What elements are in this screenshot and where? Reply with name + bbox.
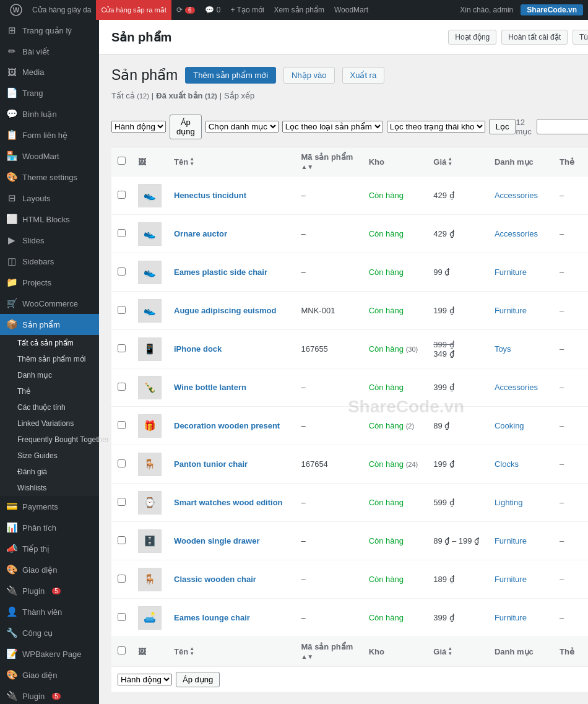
add-product-button[interactable]: Thêm sản phẩm mới [185, 67, 276, 84]
submenu-frequently-bought[interactable]: Frequently Bought Together [0, 432, 99, 448]
category-filter-select[interactable]: Chọn danh mục [205, 121, 279, 133]
product-category[interactable]: Furniture [488, 560, 553, 599]
submenu-tags[interactable]: Thẻ [0, 383, 99, 399]
sidebar-item-html-blocks[interactable]: ⬜HTML Blocks [0, 209, 99, 230]
row-checkbox-4[interactable] [118, 344, 126, 352]
row-checkbox-0[interactable] [118, 191, 126, 199]
published-link[interactable]: Đã xuất bản (12) [156, 91, 217, 100]
product-category[interactable]: Accessories [488, 368, 553, 407]
status-filter-select[interactable]: Lọc theo trạng thái kho [387, 121, 485, 133]
sidebar-item-comments[interactable]: 💬Bình luận [0, 103, 99, 124]
submenu-wishlists[interactable]: Wishlists [0, 480, 99, 496]
col-footer-price[interactable]: Giá ▲▼ [427, 637, 488, 666]
export-button[interactable]: Xuất ra [342, 67, 385, 84]
product-name-link[interactable]: Panton tunior chair [174, 459, 248, 469]
product-name-link[interactable]: Henectus tincidunt [174, 191, 246, 200]
product-name-link[interactable]: iPhone dock [174, 344, 222, 354]
woodmart-button[interactable]: WoodMart [329, 0, 373, 20]
sidebar-item-contact[interactable]: 📋Form liên hệ [0, 124, 99, 146]
bulk-apply-button[interactable]: Áp dụng [170, 115, 202, 139]
product-name-link[interactable]: Decoration wooden present [174, 421, 280, 430]
search-input[interactable] [537, 119, 588, 134]
select-all-footer-checkbox[interactable] [118, 646, 126, 654]
import-button[interactable]: Nhập vào [283, 67, 334, 84]
row-checkbox-1[interactable] [118, 229, 126, 237]
product-category[interactable]: Furniture [488, 522, 553, 560]
category-link[interactable]: Furniture [495, 613, 527, 622]
submenu-attributes[interactable]: Các thuộc tính [0, 399, 99, 415]
product-name-link[interactable]: Eames plastic side chair [174, 267, 267, 277]
sidebar-item-theme-settings[interactable]: 🎨Theme settings [0, 167, 99, 188]
product-name-link[interactable]: Augue adipiscing euismod [174, 306, 276, 315]
sidebar-item-posts[interactable]: ✏Bài viết [0, 41, 99, 62]
comments-button[interactable]: 💬 0 [200, 0, 226, 20]
category-link[interactable]: Accessories [495, 191, 538, 200]
product-category[interactable]: Cooking [488, 407, 553, 445]
category-link[interactable]: Furniture [495, 306, 527, 315]
row-checkbox-9[interactable] [118, 536, 126, 544]
sidebar-item-pages[interactable]: 📄Trang [0, 82, 99, 103]
category-link[interactable]: Cooking [495, 421, 524, 430]
row-checkbox-11[interactable] [118, 613, 126, 621]
product-name-link[interactable]: Wine bottle lantern [174, 383, 246, 392]
product-category[interactable]: Accessories [488, 176, 553, 215]
row-checkbox-10[interactable] [118, 575, 126, 583]
view-product-button[interactable]: Xem sản phẩm [269, 0, 329, 20]
sidebar-item-wpbakery-page[interactable]: 📝WPBakerv Page [0, 643, 99, 664]
product-name-link[interactable]: Ornare auctor [174, 229, 227, 238]
hoat-dong-button[interactable]: Hoạt động [448, 30, 496, 45]
select-all-checkbox[interactable] [118, 157, 126, 165]
order-link[interactable]: Sắp xếp [224, 91, 254, 100]
sidebar-item-dashboard[interactable]: ⊞Trang quản lý [0, 20, 99, 41]
category-link[interactable]: Furniture [495, 575, 527, 584]
submenu-linked-variations[interactable]: Linked Variations [0, 415, 99, 432]
sidebar-item-plugins2[interactable]: 🔌Plugin5 [0, 685, 99, 704]
sidebar-item-layouts[interactable]: ⊟Layouts [0, 188, 99, 209]
category-link[interactable]: Lighting [495, 498, 523, 507]
product-name-link[interactable]: Eames lounge chair [174, 613, 250, 622]
sidebar-item-woodmart[interactable]: 🏪WoodMart [0, 146, 99, 167]
type-filter-select[interactable]: Lọc theo loại sản phẩm [282, 121, 383, 133]
new-button[interactable]: + Tạo mới [225, 0, 269, 20]
category-link[interactable]: Furniture [495, 267, 527, 277]
sidebar-item-marketing[interactable]: 📣Tiếp thị [0, 538, 99, 559]
sidebar-item-analytics[interactable]: 📊Phân tích [0, 517, 99, 538]
sidebar-item-payments[interactable]: 💳Payments [0, 496, 99, 517]
sidebar-item-plugins[interactable]: 🔌Plugin5 [0, 580, 99, 601]
bulk-action-select[interactable]: Hành động [111, 121, 166, 133]
submenu-categories[interactable]: Danh mục [0, 367, 99, 383]
category-link[interactable]: Accessories [495, 229, 538, 238]
category-link[interactable]: Accessories [495, 383, 538, 392]
wp-logo-button[interactable]: W [5, 0, 27, 20]
product-name-link[interactable]: Classic wooden chair [174, 575, 256, 584]
sidebar-item-products[interactable]: 📦Sản phẩm Tất cả sản phẩm Thêm sản phẩm … [0, 314, 99, 496]
category-link[interactable]: Clocks [495, 459, 519, 469]
sidebar-item-appearance[interactable]: 🎨Giao diện [0, 559, 99, 580]
sidebar-item-tools[interactable]: 🔧Công cụ [0, 622, 99, 643]
col-header-price[interactable]: Giá ▲▼ [427, 147, 488, 176]
product-category[interactable]: Clocks [488, 445, 553, 484]
bulk-apply-bottom-button[interactable]: Áp dụng [176, 672, 220, 687]
bulk-action-bottom-select[interactable]: Hành động [118, 674, 172, 685]
hoan-tat-button[interactable]: Hoàn tất cài đặt [501, 30, 568, 45]
notice-button[interactable]: Cửa hàng sắp ra mắt [96, 0, 171, 20]
submenu-add-product[interactable]: Thêm sản phẩm mới [0, 351, 99, 367]
updates-button[interactable]: ⟳ 6 [171, 0, 200, 20]
product-category[interactable]: Furniture [488, 599, 553, 637]
product-category[interactable]: Furniture [488, 292, 553, 330]
row-checkbox-5[interactable] [118, 383, 126, 391]
row-checkbox-8[interactable] [118, 498, 126, 506]
col-header-name[interactable]: Tên ▲▼ [168, 147, 295, 176]
all-products-link[interactable]: Tất cả (12) [111, 91, 149, 100]
category-link[interactable]: Furniture [495, 536, 527, 545]
product-category[interactable]: Accessories [488, 215, 553, 253]
sidebar-item-projects[interactable]: 📁Projects [0, 272, 99, 293]
sidebar-item-woocommerce[interactable]: 🛒WooCommerce [0, 293, 99, 314]
site-name-button[interactable]: Cửa hàng giày da [27, 0, 96, 20]
sidebar-item-media[interactable]: 🖼Media [0, 62, 99, 82]
tuy-chon-button[interactable]: Tùy chọn màn hình ▾ [573, 30, 588, 45]
sidebar-item-appearance2[interactable]: 🎨Giao diện [0, 664, 99, 685]
sidebar-item-slides[interactable]: ▶Slides [0, 230, 99, 251]
category-link[interactable]: Toys [495, 344, 511, 354]
sidebar-item-users[interactable]: 👤Thành viên [0, 601, 99, 622]
